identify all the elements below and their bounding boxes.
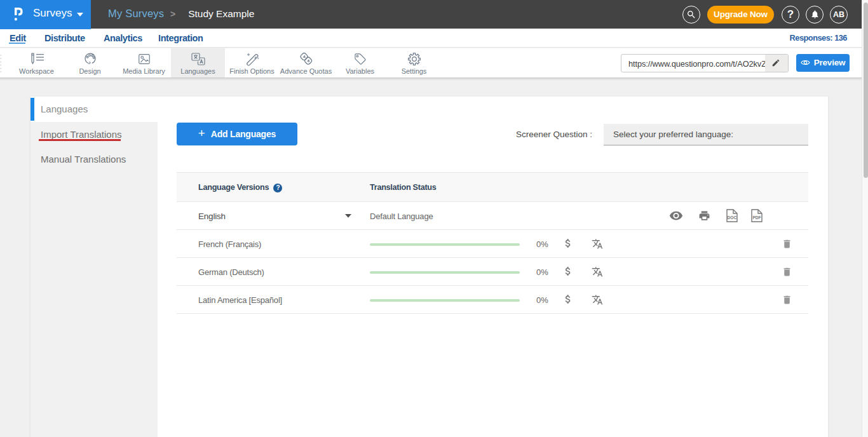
svg-text:DOC: DOC [728, 215, 737, 220]
svg-text:PDF: PDF [752, 215, 761, 220]
